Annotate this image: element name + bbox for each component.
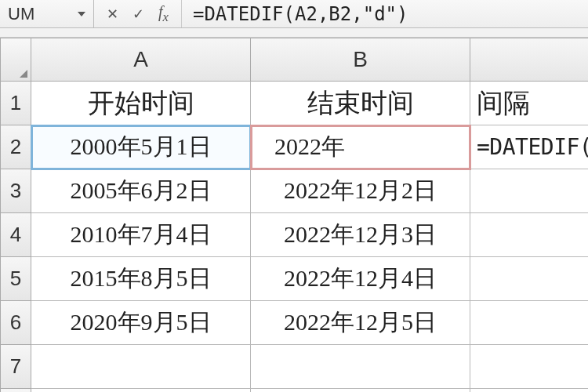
cell-a3[interactable]: 2005年6月2日: [31, 169, 251, 213]
cell-a8[interactable]: [31, 389, 251, 392]
row-header-6[interactable]: 6: [0, 301, 31, 345]
cancel-icon[interactable]: ✕: [107, 5, 118, 23]
cell-c4[interactable]: [470, 213, 588, 257]
ribbon-edge: [0, 28, 588, 38]
cell-b2[interactable]: 2022年: [251, 125, 470, 169]
cell-c8[interactable]: [470, 389, 588, 392]
formula-text: =DATEDIF(A2,B2,"d"): [193, 3, 408, 25]
cell-c2[interactable]: =DATEDIF(A: [470, 125, 588, 169]
cell-c6[interactable]: [470, 301, 588, 345]
cell-c1[interactable]: 间隔: [470, 82, 588, 125]
formula-bar-row: UM ✕ ✓ fx =DATEDIF(A2,B2,"d"): [0, 0, 588, 28]
cell-b3[interactable]: 2022年12月2日: [251, 169, 470, 213]
cell-c5[interactable]: [470, 257, 588, 301]
name-box[interactable]: UM: [0, 0, 94, 27]
cell-a2[interactable]: 2000年5月1日: [31, 125, 251, 169]
row-header-8[interactable]: 8: [0, 389, 31, 392]
cell-a6[interactable]: 2020年9月5日: [31, 301, 251, 345]
cell-b4[interactable]: 2022年12月3日: [251, 213, 470, 257]
column-header-a[interactable]: A: [31, 38, 251, 82]
fx-icon[interactable]: fx: [158, 3, 169, 25]
cell-a7[interactable]: [31, 345, 251, 389]
formula-input[interactable]: =DATEDIF(A2,B2,"d"): [182, 0, 588, 27]
column-header-b[interactable]: B: [251, 38, 470, 82]
column-header-c[interactable]: [470, 38, 588, 82]
cell-b7[interactable]: [251, 345, 470, 389]
cell-a1[interactable]: 开始时间: [31, 82, 251, 125]
cell-b5[interactable]: 2022年12月4日: [251, 257, 470, 301]
row-header-1[interactable]: 1: [0, 82, 31, 125]
select-all-corner[interactable]: [0, 38, 31, 82]
row-header-7[interactable]: 7: [0, 345, 31, 389]
cell-b6[interactable]: 2022年12月5日: [251, 301, 470, 345]
cell-a4[interactable]: 2010年7月4日: [31, 213, 251, 257]
row-header-5[interactable]: 5: [0, 257, 31, 301]
spreadsheet-grid[interactable]: A B 1 开始时间 结束时间 间隔 2 2000年5月1日 2022年 =DA…: [0, 38, 588, 392]
cell-a5[interactable]: 2015年8月5日: [31, 257, 251, 301]
row-header-4[interactable]: 4: [0, 213, 31, 257]
enter-icon[interactable]: ✓: [132, 5, 144, 23]
name-box-value: UM: [8, 4, 34, 24]
cell-c7[interactable]: [470, 345, 588, 389]
row-header-3[interactable]: 3: [0, 169, 31, 213]
cell-b1[interactable]: 结束时间: [251, 82, 470, 125]
row-header-2[interactable]: 2: [0, 125, 31, 169]
dropdown-caret-icon[interactable]: [78, 12, 85, 16]
cell-c3[interactable]: [470, 169, 588, 213]
cell-b8[interactable]: [251, 389, 470, 392]
formula-bar-controls: ✕ ✓ fx: [94, 0, 182, 27]
